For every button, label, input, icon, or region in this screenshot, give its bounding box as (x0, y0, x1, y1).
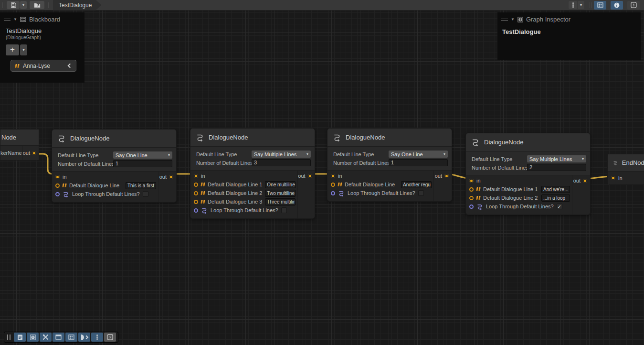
line-label: Default Dialogue Line 1 (208, 182, 262, 187)
loop-checkbox[interactable] (418, 190, 424, 196)
blackboard-panel-button[interactable] (65, 333, 77, 342)
line-value-field[interactable]: This is a first (126, 182, 156, 189)
toggle-blackboard-button[interactable] (594, 1, 606, 10)
line-port[interactable] (194, 183, 198, 187)
overflow-menu-button[interactable] (569, 1, 577, 9)
out-port[interactable] (444, 174, 449, 178)
toggle-live-preview-button[interactable] (627, 1, 640, 10)
inspector-header[interactable]: ▼ Graph Inspector (497, 12, 641, 25)
line-value-field[interactable]: Two multiline (265, 190, 296, 197)
line-count-label: Number of Default Lines (333, 160, 389, 166)
line-port[interactable] (55, 183, 60, 188)
line-type-dropdown[interactable]: Say One Line ▾ (389, 151, 448, 158)
window-panel-button[interactable] (53, 333, 64, 342)
save-dropdown-button[interactable]: ▾ (20, 1, 27, 9)
line-value-field[interactable]: One multiline (265, 181, 296, 188)
speaker-node-partial[interactable]: Node kerName out (0, 129, 39, 161)
line-count-label: Number of Default Lines (196, 160, 252, 166)
quote-icon (63, 183, 66, 187)
out-port[interactable] (308, 174, 312, 178)
line-port[interactable] (469, 187, 474, 192)
collapse-arrow-icon[interactable]: ▼ (13, 17, 17, 22)
dialogue-node-3[interactable]: DialogueNode Default Line Type Say One L… (327, 128, 452, 202)
inspector-panel-button[interactable] (27, 333, 39, 342)
line-count-field[interactable]: 3 (252, 159, 311, 166)
line-type-dropdown[interactable]: Say Multiple Lines ▾ (252, 151, 311, 158)
line-port[interactable] (194, 191, 198, 195)
blackboard-field-name: Anna-Lyse (23, 63, 64, 69)
loop-port[interactable] (194, 208, 198, 213)
save-button[interactable] (7, 1, 20, 9)
loop-checkbox[interactable] (281, 207, 287, 213)
line-value-field[interactable]: ...in a loop (541, 194, 570, 202)
quote-icon (338, 183, 342, 186)
line-type-dropdown[interactable]: Say Multiple Lines ▾ (527, 155, 586, 162)
live-preview-button[interactable] (104, 333, 116, 342)
node-title-bar[interactable]: DialogueNode (190, 129, 315, 147)
line-port[interactable] (469, 196, 474, 200)
chevron-left-icon[interactable] (68, 64, 73, 68)
inspector-info-icon (517, 17, 523, 22)
dropdown-arrow-icon: ▾ (168, 153, 170, 157)
line-value-field[interactable]: Three multilin (265, 198, 296, 205)
blackboard-header[interactable]: ▼ Blackboard (0, 12, 84, 25)
out-port-label: out (23, 150, 30, 156)
drag-handle-icon[interactable] (501, 19, 508, 21)
preview-panel-button[interactable] (78, 333, 90, 342)
node-title: DialogueNode (70, 135, 109, 142)
loop-checkbox[interactable] (143, 191, 148, 197)
line-type-label: Default Line Type (472, 156, 527, 162)
line-value-field[interactable]: And we're... (541, 186, 570, 193)
tools-panel-button[interactable] (40, 333, 52, 342)
toggle-inspector-button[interactable] (611, 1, 623, 10)
toolbar-drag-handle[interactable] (2, 2, 4, 8)
document-list-icon (17, 334, 23, 340)
node-title-bar[interactable]: EndNode (608, 154, 644, 172)
collapse-arrow-icon[interactable]: ▼ (511, 17, 515, 22)
dropdown-arrow-icon: ▾ (582, 157, 584, 161)
toolbar-drag-handle[interactable] (7, 334, 11, 340)
add-variable-dropdown-button[interactable]: ▾ (20, 44, 27, 55)
add-variable-button[interactable]: + (6, 44, 19, 55)
overflow-menu-button[interactable] (91, 333, 103, 342)
line-count-field[interactable]: 1 (389, 159, 448, 166)
overflow-dropdown-button[interactable]: ▾ (578, 1, 584, 9)
info-icon (614, 2, 620, 8)
quote-icon (476, 196, 480, 200)
console-panel-button[interactable] (14, 333, 26, 342)
out-port[interactable] (32, 151, 36, 155)
open-asset-button[interactable] (30, 1, 44, 9)
node-title-bar[interactable]: DialogueNode (52, 129, 176, 148)
dialogue-node-4[interactable]: DialogueNode Default Line Type Say Multi… (465, 133, 591, 215)
line-port[interactable] (194, 200, 198, 204)
loop-port[interactable] (331, 191, 335, 195)
dialogue-node-2[interactable]: DialogueNode Default Line Type Say Multi… (190, 128, 315, 219)
drag-handle-icon[interactable] (4, 19, 11, 21)
out-port[interactable] (169, 175, 173, 179)
node-title-bar[interactable]: DialogueNode (327, 129, 452, 147)
in-port[interactable] (611, 176, 615, 180)
inspector-graph-name: TestDialogue (497, 25, 641, 35)
in-port[interactable] (331, 174, 335, 178)
line-count-field[interactable]: 2 (527, 164, 586, 171)
blackboard-field-annalyse[interactable]: Anna-Lyse (11, 60, 76, 72)
dialogue-node-1[interactable]: DialogueNode Default Line Type Say One L… (52, 129, 177, 203)
line-count-field[interactable]: 1 (113, 160, 172, 167)
node-title-bar[interactable]: DialogueNode (466, 133, 590, 151)
line-type-dropdown[interactable]: Say One Line ▾ (113, 151, 172, 159)
line-port[interactable] (331, 183, 335, 187)
node-title-bar[interactable]: Node (0, 129, 39, 146)
line-value-field[interactable]: Another regu (401, 181, 432, 188)
in-port[interactable] (469, 179, 474, 183)
breadcrumb-tab[interactable]: TestDialogue (53, 0, 101, 11)
loop-port[interactable] (469, 205, 474, 209)
in-port[interactable] (194, 174, 198, 178)
out-port[interactable] (583, 179, 587, 183)
speaker-quote-icon (15, 64, 19, 68)
loop-checkbox[interactable]: ✓ (557, 204, 562, 209)
in-port[interactable] (55, 175, 60, 179)
end-node[interactable]: EndNode in (607, 154, 644, 185)
toolbar-separator (47, 2, 49, 8)
end-node-icon (613, 159, 618, 167)
loop-port[interactable] (55, 192, 60, 196)
